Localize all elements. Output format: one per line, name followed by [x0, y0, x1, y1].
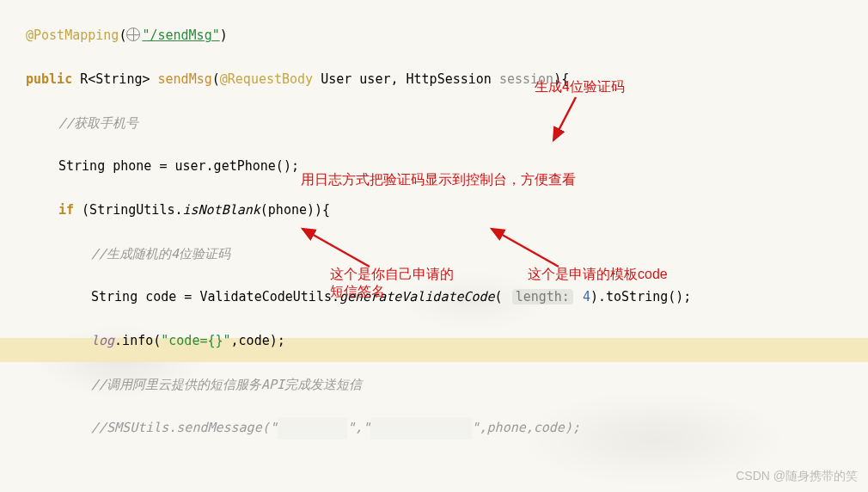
method-name: sendMsg [158, 71, 212, 87]
code-line: @PostMapping("/sendMsg") [26, 25, 868, 47]
code-line: String code = ValidateCodeUtils.generate… [26, 286, 868, 309]
code-line: //获取手机号 [26, 113, 868, 135]
code-line: log.info("code={}",code); [26, 330, 868, 353]
code-line: //生成随机的4位验证码 [26, 243, 868, 266]
comment: //生成随机的4位验证码 [91, 246, 230, 261]
code-line: //调用阿里云提供的短信服务API完成发送短信 [26, 374, 868, 397]
comment: //SMSUtils.sendMessage("xxxxxxxxx","xxxx… [91, 420, 580, 435]
inline-param-hint: length: [512, 289, 573, 304]
redacted-text: xxxxxxxxx [278, 417, 347, 439]
field-ref: log [91, 333, 114, 348]
globe-icon [126, 28, 140, 41]
code-editor[interactable]: @PostMapping("/sendMsg") public R<String… [0, 0, 868, 492]
code-line: String phone = user.getPhone(); [26, 156, 868, 178]
string-literal-url: "/sendMsg" [142, 28, 219, 43]
code-line: public R<String> sendMsg(@RequestBody Us… [26, 69, 868, 91]
comment: //调用阿里云提供的短信服务API完成发送短信 [91, 377, 362, 392]
code-line: if (StringUtils.isNotBlank(phone)){ [26, 200, 868, 222]
code-line: //SMSUtils.sendMessage("xxxxxxxxx","xxxx… [26, 417, 868, 440]
watermark: CSDN @随身携带的笑 [736, 466, 858, 487]
redacted-text: xxxxxxxxxxxxx [370, 417, 471, 439]
annotation: @PostMapping [26, 28, 119, 43]
comment: //获取手机号 [58, 115, 138, 131]
